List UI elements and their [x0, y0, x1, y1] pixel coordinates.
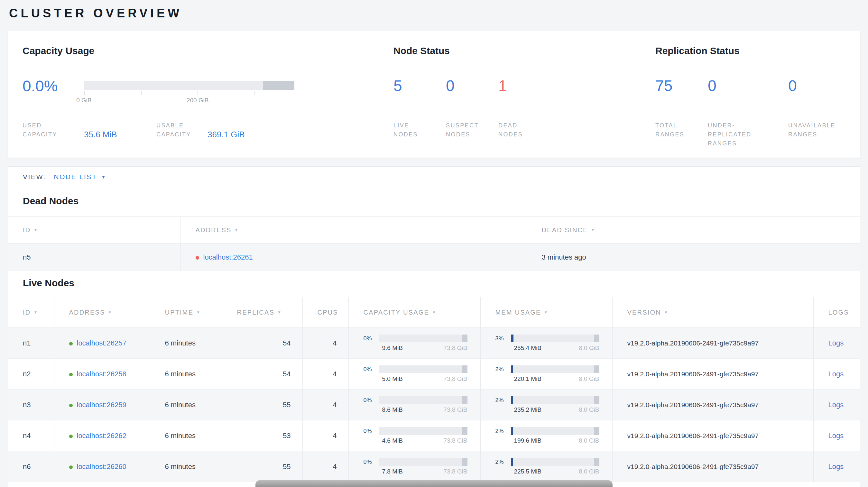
mem-total-value: 8.0 GiB [579, 345, 599, 352]
node-replicas-cell: 53 [222, 420, 302, 451]
node-id-cell: n2 [8, 359, 54, 390]
mem-bar-fill [511, 365, 513, 373]
sort-desc-icon: ▼ [196, 310, 201, 315]
column-header-label: REPLICAS [237, 309, 275, 316]
used-capacity: USED CAPACITY 35.6 MiB [23, 121, 117, 139]
column-header-replicas[interactable]: REPLICAS▼ [222, 297, 302, 328]
node-cpus-cell: 4 [302, 359, 348, 390]
logs-link[interactable]: Logs [829, 462, 844, 470]
capacity-usage-section: Capacity Usage 0.0% 0 GiB 200 GiB USED C… [23, 45, 380, 95]
node-address-cell: localhost:26258 [54, 359, 150, 390]
mem-usage-bar: 2% 199.6 MiB8.0 GiB [495, 427, 612, 444]
total-ranges-stat: 75 TOTAL RANGES [655, 78, 708, 148]
node-address-cell: localhost:26261 [181, 244, 527, 271]
sort-desc-icon: ▼ [33, 310, 38, 315]
replication-stats: 75 TOTAL RANGES 0 UNDER-REPLICATED RANGE… [655, 78, 861, 148]
live-nodes-heading: Live Nodes [23, 278, 860, 289]
column-header-mem-usage[interactable]: MEM USAGE▼ [480, 297, 612, 328]
column-header-label: UPTIME [165, 309, 194, 316]
mem-used-value: 220.1 MiB [514, 376, 542, 383]
capacity-percent: 0.0% [23, 78, 84, 95]
view-selector[interactable]: NODE LIST ▼ [54, 173, 106, 181]
mem-total-value: 8.0 GiB [579, 406, 599, 413]
mem-usage-bar: 2% 225.5 MiB8.0 GiB [495, 458, 612, 475]
node-version-cell: v19.2.0-alpha.20190606-2491-gfe735c9a97 [612, 420, 813, 451]
node-address-link[interactable]: localhost:26257 [77, 339, 126, 347]
node-version-cell: v19.2.0-alpha.20190606-2491-gfe735c9a97 [612, 359, 813, 390]
mem-bar-track [511, 396, 599, 404]
mem-percent-label: 2% [495, 366, 511, 373]
column-header-capacity-usage[interactable]: CAPACITY USAGE▼ [348, 297, 480, 328]
mem-bar-fill [511, 427, 513, 435]
column-header-id[interactable]: ID▼ [8, 217, 181, 244]
node-id-cell: n6 [8, 451, 54, 482]
logs-link[interactable]: Logs [829, 370, 844, 378]
node-mem-cell: 2% 199.6 MiB8.0 GiB [480, 420, 612, 451]
logs-link[interactable]: Logs [829, 339, 844, 347]
live-node-row: n4 localhost:26262 6 minutes 53 4 0% 4.6… [8, 420, 860, 451]
node-address-link[interactable]: localhost:26260 [77, 462, 126, 470]
column-header-label: ID [23, 309, 31, 316]
capacity-percent-label: 0% [364, 459, 379, 465]
capacity-gauge-row: 0.0% 0 GiB 200 GiB [23, 78, 380, 95]
node-cpus-cell: 4 [302, 328, 348, 359]
suspect-nodes-stat: 0 SUSPECT NODES [446, 78, 498, 139]
column-header-dead-since[interactable]: DEAD SINCE▼ [527, 217, 860, 244]
column-header-version[interactable]: VERSION▼ [612, 297, 813, 328]
column-header-uptime[interactable]: UPTIME▼ [150, 297, 222, 328]
capacity-details: USED CAPACITY 35.6 MiB USABLE CAPACITY 3… [23, 121, 380, 143]
capacity-used-value: 7.8 MiB [382, 468, 403, 475]
under-replicated-count: 0 [708, 78, 788, 94]
column-header-address[interactable]: ADDRESS▼ [181, 217, 527, 244]
node-mem-cell: 2% 225.5 MiB8.0 GiB [480, 451, 612, 482]
dead-nodes-count: 1 [498, 78, 551, 94]
mem-bar-track [511, 458, 599, 466]
node-replicas-cell: 55 [222, 390, 302, 420]
gauge-tick [141, 91, 142, 95]
node-capacity-cell: 0% 9.6 MiB73.8 GiB [348, 328, 480, 359]
dead-status-dot-icon [196, 256, 199, 260]
node-mem-cell: 2% 220.1 MiB8.0 GiB [480, 359, 612, 390]
view-bar: VIEW: NODE LIST ▼ [8, 167, 860, 187]
node-address-cell: localhost:26260 [54, 451, 150, 482]
sort-desc-icon: ▼ [664, 310, 669, 315]
capacity-bar-track [379, 396, 467, 404]
node-status-stats: 5 LIVE NODES 0 SUSPECT NODES 1 DEAD NODE… [394, 78, 638, 139]
mem-bar-fill [511, 334, 514, 342]
mem-bar-fill [511, 458, 513, 466]
capacity-used-value: 4.6 MiB [382, 437, 403, 444]
node-logs-cell: Logs [813, 420, 860, 451]
capacity-total-value: 73.8 GiB [444, 437, 467, 444]
column-header-id[interactable]: ID▼ [8, 297, 54, 328]
capacity-usage-heading: Capacity Usage [23, 45, 380, 56]
capacity-gauge-segment [263, 81, 294, 90]
capacity-bar-endcap [462, 458, 467, 466]
node-capacity-cell: 0% 4.6 MiB73.8 GiB [348, 420, 480, 451]
used-capacity-value: 35.6 MiB [84, 130, 117, 139]
capacity-bar-track [379, 334, 467, 342]
column-header-address[interactable]: ADDRESS▼ [54, 297, 150, 328]
node-address-cell: localhost:26259 [54, 390, 150, 420]
capacity-percent-label: 0% [364, 428, 379, 434]
node-address-link[interactable]: localhost:26258 [77, 370, 126, 378]
node-id-cell: n3 [8, 390, 54, 420]
column-header-label: MEM USAGE [495, 309, 541, 316]
node-address-link[interactable]: localhost:26259 [77, 401, 126, 409]
node-address-link[interactable]: localhost:26261 [203, 253, 253, 261]
logs-link[interactable]: Logs [829, 401, 844, 409]
capacity-usage-bar: 0% 4.6 MiB73.8 GiB [364, 427, 480, 444]
node-version-cell: v19.2.0-alpha.20190606-2491-gfe735c9a97 [612, 328, 813, 359]
mem-bar-endcap [594, 458, 599, 466]
live-node-row: n2 localhost:26258 6 minutes 54 4 0% 5.0… [8, 359, 860, 390]
capacity-used-value: 5.0 MiB [382, 376, 403, 383]
capacity-percent-label: 0% [364, 335, 379, 342]
mem-percent-label: 3% [495, 335, 511, 342]
node-mem-cell: 3% 255.4 MiB8.0 GiB [480, 328, 612, 359]
dead-nodes-heading: Dead Nodes [23, 196, 860, 206]
node-address-link[interactable]: localhost:26262 [77, 432, 126, 440]
logs-link[interactable]: Logs [829, 432, 844, 440]
node-cpus-cell: 4 [302, 451, 348, 482]
live-nodes-stat: 5 LIVE NODES [394, 78, 446, 139]
live-status-dot-icon [69, 373, 73, 376]
capacity-total-value: 73.8 GiB [444, 468, 467, 475]
